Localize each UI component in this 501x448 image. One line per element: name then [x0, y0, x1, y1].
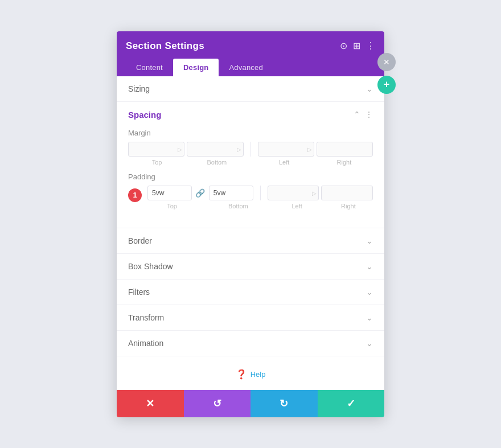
- margin-right-label: Right: [315, 159, 373, 166]
- margin-top-wrap: ▷: [128, 142, 184, 157]
- margin-bottom-responsive-icon: ▷: [237, 146, 241, 152]
- tab-advanced[interactable]: Advanced: [219, 59, 273, 76]
- panel-container: Section Settings ⊙ ⊞ ⋮ Content Design Ad…: [117, 31, 384, 417]
- help-icon: ❓: [236, 369, 247, 380]
- padding-bottom-wrap: [209, 186, 253, 200]
- padding-top-bottom-row: 🔗 ▷: [147, 186, 373, 200]
- panel-footer: ✕ ↺ ↻ ✓: [117, 390, 384, 417]
- margin-bottom-label: Bottom: [188, 159, 245, 166]
- spacing-header: Spacing ⌃ ⋮: [128, 110, 373, 120]
- padding-left-responsive-icon: ▷: [312, 190, 317, 196]
- padding-row-wrap: 1 🔗: [128, 186, 373, 216]
- panel-title-icons: ⊙ ⊞ ⋮: [340, 40, 375, 51]
- panel-title-row: Section Settings ⊙ ⊞ ⋮: [126, 40, 375, 52]
- more-icon[interactable]: ⋮: [366, 40, 375, 51]
- spacing-title: Spacing: [128, 110, 161, 120]
- margin-top-input[interactable]: [128, 142, 184, 157]
- tab-design[interactable]: Design: [173, 59, 219, 76]
- redo-button[interactable]: ↻: [250, 390, 318, 417]
- padding-fields: 🔗 ▷: [147, 186, 373, 216]
- box-shadow-section[interactable]: Box Shadow ⌄: [117, 254, 384, 280]
- animation-label: Animation: [128, 339, 163, 348]
- panel-body: Sizing ⌄ Spacing ⌃ ⋮ Margin: [117, 76, 384, 390]
- margin-label: Margin: [128, 129, 373, 137]
- margin-separator: [250, 142, 251, 157]
- padding-top-input[interactable]: [147, 186, 192, 200]
- add-float-icon[interactable]: +: [377, 76, 396, 94]
- padding-badge: 1: [128, 188, 142, 202]
- sizing-section[interactable]: Sizing ⌄: [117, 76, 384, 102]
- margin-left-label: Left: [256, 159, 313, 166]
- padding-right-input[interactable]: [321, 186, 373, 200]
- border-label: Border: [128, 236, 152, 245]
- margin-top-bottom: ▷ ▷: [128, 142, 244, 157]
- settings-panel: ✕ + Section Settings ⊙ ⊞ ⋮ Content Desig…: [117, 31, 384, 417]
- padding-left-col-label: Left: [273, 203, 322, 209]
- padding-separator: [260, 186, 261, 200]
- padding-top-col-label: Top: [147, 203, 196, 209]
- margin-bottom-input[interactable]: [187, 142, 243, 157]
- padding-top-wrap: [147, 186, 192, 200]
- padding-group: Padding 1: [128, 172, 373, 216]
- margin-left-responsive-icon: ▷: [307, 146, 312, 152]
- filters-chevron-icon: ⌄: [366, 287, 373, 297]
- sizing-chevron-icon: ⌄: [366, 84, 373, 93]
- padding-bottom-input[interactable]: [209, 186, 253, 200]
- cancel-icon: ✕: [146, 397, 154, 410]
- margin-left-input[interactable]: [258, 142, 314, 157]
- spacing-more-icon[interactable]: ⋮: [365, 110, 373, 119]
- filters-section[interactable]: Filters ⌄: [117, 280, 384, 305]
- box-shadow-label: Box Shadow: [128, 262, 173, 271]
- panel-header: Section Settings ⊙ ⊞ ⋮ Content Design Ad…: [117, 31, 384, 76]
- focus-icon[interactable]: ⊙: [340, 40, 347, 51]
- margin-group: Margin ▷ ▷: [128, 129, 373, 166]
- padding-top-bottom: 🔗: [147, 186, 253, 200]
- tab-content[interactable]: Content: [126, 59, 173, 76]
- margin-top-label: Top: [128, 159, 186, 166]
- padding-label: Padding: [128, 172, 373, 181]
- reset-icon: ↺: [213, 397, 221, 410]
- padding-right-col-label: Right: [324, 203, 373, 209]
- border-section[interactable]: Border ⌄: [117, 228, 384, 254]
- margin-col-labels: Top Bottom Left Right: [128, 159, 373, 166]
- save-icon: ✓: [347, 397, 355, 410]
- spacing-section: Spacing ⌃ ⋮ Margin ▷: [117, 102, 384, 228]
- padding-left-right: ▷: [268, 186, 373, 200]
- margin-left-right: ▷: [258, 142, 373, 157]
- animation-chevron-icon: ⌄: [366, 339, 373, 348]
- help-row: ❓ Help: [117, 356, 384, 390]
- transform-section[interactable]: Transform ⌄: [117, 305, 384, 331]
- margin-top-responsive-icon: ▷: [178, 146, 182, 152]
- padding-link-icon[interactable]: 🔗: [195, 188, 205, 198]
- floating-icons: ✕ +: [377, 53, 396, 94]
- margin-right-input[interactable]: [317, 142, 373, 157]
- padding-right-wrap: [321, 186, 373, 200]
- padding-left-wrap: ▷: [268, 186, 319, 200]
- padding-link-icon-wrap: 🔗: [194, 186, 207, 200]
- tabs-container: Content Design Advanced: [126, 59, 375, 76]
- padding-col-labels: Top Bottom Left Right: [147, 203, 373, 209]
- animation-section[interactable]: Animation ⌄: [117, 331, 384, 356]
- transform-chevron-icon: ⌄: [366, 313, 373, 322]
- spacing-collapse-icon[interactable]: ⌃: [354, 110, 360, 119]
- cancel-button[interactable]: ✕: [117, 390, 184, 417]
- redo-icon: ↻: [280, 397, 288, 410]
- filters-label: Filters: [128, 287, 150, 297]
- help-text[interactable]: Help: [250, 370, 266, 379]
- sizing-label: Sizing: [128, 84, 150, 93]
- close-float-icon[interactable]: ✕: [377, 53, 396, 71]
- margin-bottom-wrap: ▷: [187, 142, 243, 157]
- margin-left-wrap: ▷: [258, 142, 314, 157]
- panel-title: Section Settings: [126, 40, 204, 52]
- padding-bottom-col-label: Bottom: [213, 203, 262, 209]
- transform-label: Transform: [128, 313, 164, 322]
- reset-button[interactable]: ↺: [184, 390, 251, 417]
- padding-left-input[interactable]: [268, 186, 319, 200]
- save-button[interactable]: ✓: [318, 390, 385, 417]
- padding-badge-col: 1: [128, 186, 145, 202]
- border-chevron-icon: ⌄: [366, 236, 373, 245]
- margin-fields-row: ▷ ▷ ▷: [128, 142, 373, 157]
- spacing-header-icons: ⌃ ⋮: [354, 110, 373, 119]
- layout-icon[interactable]: ⊞: [353, 40, 360, 51]
- margin-right-wrap: [317, 142, 373, 157]
